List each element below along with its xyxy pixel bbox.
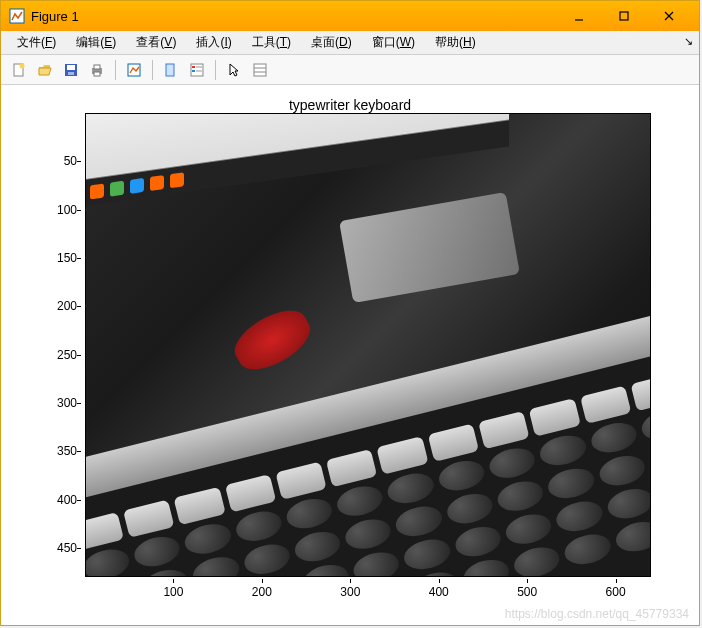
x-tick-label: 300 bbox=[340, 585, 360, 599]
plot-title: typewriter keyboard bbox=[289, 97, 411, 113]
y-tick-label: 50 bbox=[47, 154, 77, 168]
maximize-button[interactable] bbox=[601, 1, 646, 31]
svg-rect-18 bbox=[196, 66, 202, 68]
menu-desktop[interactable]: 桌面(D) bbox=[301, 32, 362, 53]
open-button[interactable] bbox=[33, 58, 57, 82]
minimize-button[interactable] bbox=[556, 1, 601, 31]
menu-edit[interactable]: 编辑(E) bbox=[66, 32, 126, 53]
svg-rect-12 bbox=[94, 72, 100, 76]
menu-help[interactable]: 帮助(H) bbox=[425, 32, 486, 53]
svg-rect-14 bbox=[166, 64, 174, 76]
svg-rect-11 bbox=[94, 65, 100, 69]
y-tick-label: 350 bbox=[47, 444, 77, 458]
toolbar-separator bbox=[115, 60, 116, 80]
window-title: Figure 1 bbox=[31, 9, 556, 24]
new-figure-button[interactable] bbox=[7, 58, 31, 82]
pointer-button[interactable] bbox=[222, 58, 246, 82]
svg-rect-20 bbox=[254, 64, 266, 76]
y-tick-label: 300 bbox=[47, 396, 77, 410]
svg-rect-8 bbox=[67, 65, 75, 70]
toolbar-separator bbox=[215, 60, 216, 80]
y-tick-label: 100 bbox=[47, 203, 77, 217]
svg-rect-13 bbox=[128, 64, 140, 76]
svg-rect-9 bbox=[68, 72, 74, 75]
x-tick-label: 200 bbox=[252, 585, 272, 599]
y-axis-ticks: 50100150200250300350400450 bbox=[51, 113, 81, 577]
x-tick-label: 100 bbox=[163, 585, 183, 599]
x-axis-ticks: 100200300400500600 bbox=[85, 583, 651, 603]
svg-point-6 bbox=[20, 63, 25, 68]
toolbar bbox=[1, 55, 699, 85]
menu-file[interactable]: 文件(F) bbox=[7, 32, 66, 53]
app-icon bbox=[9, 8, 25, 24]
menu-view[interactable]: 查看(V) bbox=[126, 32, 186, 53]
menu-tools[interactable]: 工具(T) bbox=[242, 32, 301, 53]
y-tick-label: 450 bbox=[47, 541, 77, 555]
menu-overflow-icon[interactable]: ↘ bbox=[684, 35, 693, 48]
edit-plot-button[interactable] bbox=[122, 58, 146, 82]
insert-colorbar-button[interactable] bbox=[248, 58, 272, 82]
axes[interactable] bbox=[85, 113, 651, 577]
x-tick-label: 500 bbox=[517, 585, 537, 599]
menu-window[interactable]: 窗口(W) bbox=[362, 32, 425, 53]
svg-rect-19 bbox=[196, 70, 202, 72]
menu-insert[interactable]: 插入(I) bbox=[186, 32, 241, 53]
y-tick-label: 250 bbox=[47, 348, 77, 362]
insert-legend-button[interactable] bbox=[185, 58, 209, 82]
svg-rect-16 bbox=[192, 66, 195, 68]
print-button[interactable] bbox=[85, 58, 109, 82]
svg-rect-2 bbox=[620, 12, 628, 20]
menubar: 文件(F) 编辑(E) 查看(V) 插入(I) 工具(T) 桌面(D) 窗口(W… bbox=[1, 31, 699, 55]
y-tick-label: 150 bbox=[47, 251, 77, 265]
figure-window: Figure 1 文件(F) 编辑(E) 查看(V) 插入(I) 工具(T) 桌… bbox=[0, 0, 700, 626]
x-tick-label: 600 bbox=[606, 585, 626, 599]
titlebar[interactable]: Figure 1 bbox=[1, 1, 699, 31]
y-tick-label: 200 bbox=[47, 299, 77, 313]
close-button[interactable] bbox=[646, 1, 691, 31]
plot-area: typewriter keyboard 50100150200250300350… bbox=[1, 85, 699, 625]
toolbar-separator bbox=[152, 60, 153, 80]
svg-rect-17 bbox=[192, 70, 195, 72]
save-button[interactable] bbox=[59, 58, 83, 82]
watermark-text: https://blog.csdn.net/qq_45779334 bbox=[505, 607, 689, 621]
y-tick-label: 400 bbox=[47, 493, 77, 507]
x-tick-label: 400 bbox=[429, 585, 449, 599]
data-cursor-button[interactable] bbox=[159, 58, 183, 82]
displayed-image bbox=[85, 113, 651, 577]
